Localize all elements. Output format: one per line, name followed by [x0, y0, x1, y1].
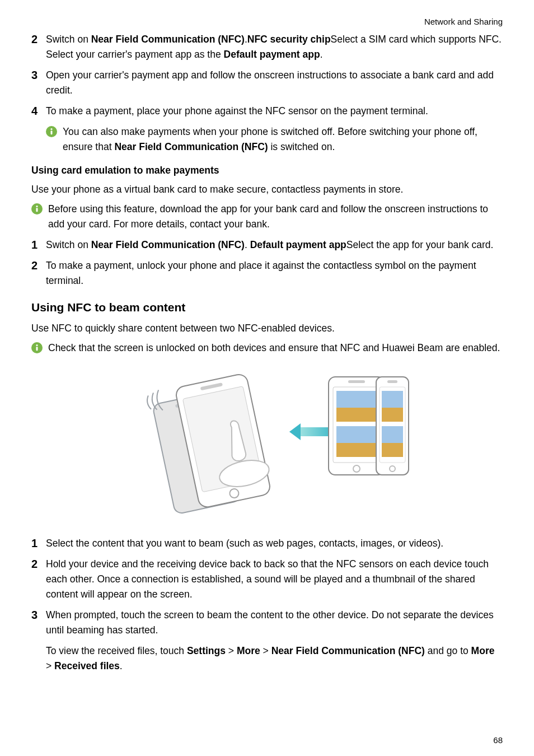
svg-point-1 [50, 128, 52, 130]
step-text: When prompted, touch the screen to beam … [46, 608, 503, 674]
info-text: Before using this feature, download the … [48, 202, 503, 232]
heading-card-emulation: Using card emulation to make payments [31, 165, 503, 176]
step-text: To make a payment, place your phone agai… [46, 104, 503, 119]
svg-rect-8 [36, 347, 38, 351]
ordered-list-card-emulation: 1 Switch on Near Field Communication (NF… [31, 237, 503, 288]
step-number: 2 [31, 32, 46, 62]
step-number: 2 [31, 258, 46, 288]
svg-rect-5 [36, 208, 38, 212]
info-text: Check that the screen is unlocked on bot… [48, 340, 503, 356]
list-item: 4 To make a payment, place your phone ag… [31, 104, 503, 119]
page-number: 68 [493, 735, 503, 745]
svg-rect-33 [382, 391, 403, 408]
list-item: 2 Hold your device and the receiving dev… [31, 557, 503, 602]
step-number: 2 [31, 557, 46, 602]
ordered-list-nfc-sim: 2 Switch on Near Field Communication (NF… [31, 32, 503, 119]
svg-rect-2 [51, 130, 53, 134]
svg-rect-30 [387, 380, 397, 383]
list-item: 2 Switch on Near Field Communication (NF… [31, 32, 503, 62]
info-note: Check that the screen is unlocked on bot… [31, 340, 503, 356]
info-icon [31, 342, 44, 353]
svg-rect-35 [382, 426, 403, 443]
step-text: To make a payment, unlock your phone and… [46, 258, 503, 288]
page-header: Network and Sharing [31, 17, 503, 26]
svg-rect-27 [336, 426, 377, 443]
step-number: 3 [31, 608, 46, 674]
step-number: 4 [31, 104, 46, 119]
paragraph: Use your phone as a virtual bank card to… [31, 182, 503, 197]
info-note: You can also make payments when your pho… [46, 124, 503, 155]
svg-rect-25 [336, 391, 377, 408]
step-text: Select the content that you want to beam… [46, 536, 503, 551]
list-item: 3 When prompted, touch the screen to bea… [31, 608, 503, 674]
step-number: 1 [31, 237, 46, 253]
step-text: Open your carrier's payment app and foll… [46, 68, 503, 98]
ordered-list-beam: 1 Select the content that you want to be… [31, 536, 503, 674]
illustration-nfc-beam [31, 371, 503, 517]
svg-marker-18 [289, 423, 301, 440]
paragraph: Use NFC to quickly share content between… [31, 321, 503, 336]
info-text: You can also make payments when your pho… [63, 124, 503, 155]
step-number: 1 [31, 536, 46, 551]
svg-point-7 [36, 344, 38, 346]
heading-beam-content: Using NFC to beam content [31, 301, 503, 314]
svg-rect-22 [348, 380, 365, 383]
list-item: 2 To make a payment, unlock your phone a… [31, 258, 503, 288]
list-item: 1 Select the content that you want to be… [31, 536, 503, 551]
info-icon [31, 203, 44, 214]
step-number: 3 [31, 68, 46, 98]
step-text: Hold your device and the receiving devic… [46, 557, 503, 602]
svg-point-4 [36, 206, 38, 207]
info-note: Before using this feature, download the … [31, 202, 503, 232]
list-item: 3 Open your carrier's payment app and fo… [31, 68, 503, 98]
step-text: Switch on Near Field Communication (NFC)… [46, 237, 503, 253]
step-text: Switch on Near Field Communication (NFC)… [46, 32, 503, 62]
list-item: 1 Switch on Near Field Communication (NF… [31, 237, 503, 253]
info-icon [46, 126, 58, 137]
